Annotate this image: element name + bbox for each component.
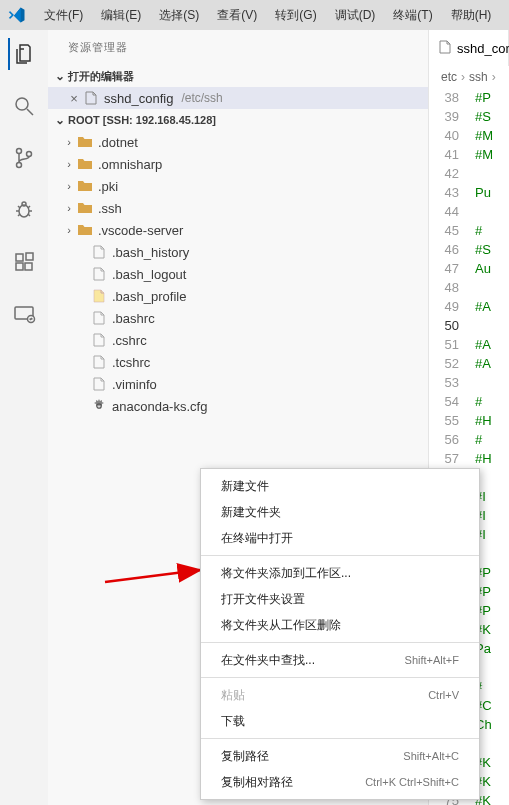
context-menu-item: 粘贴Ctrl+V (201, 682, 479, 708)
activity-bar (0, 30, 48, 805)
file-icon (439, 40, 451, 57)
file-name: .bashrc (112, 311, 155, 326)
folder-name: .ssh (98, 201, 122, 216)
svg-point-2 (17, 149, 22, 154)
chevron-down-icon: ⌄ (52, 113, 68, 127)
chevron-down-icon: ⌄ (52, 69, 68, 83)
close-icon[interactable]: × (66, 91, 82, 106)
folder-row[interactable]: ›.dotnet (48, 131, 428, 153)
menu-view[interactable]: 查看(V) (209, 3, 265, 28)
svg-point-4 (27, 152, 32, 157)
context-menu-item[interactable]: 复制路径Shift+Alt+C (201, 743, 479, 769)
context-menu-item[interactable]: 将文件夹从工作区删除 (201, 612, 479, 638)
activity-search[interactable] (8, 90, 40, 122)
menu-select[interactable]: 选择(S) (151, 3, 207, 28)
annotation-arrow (100, 540, 210, 590)
file-name: .bash_history (112, 245, 189, 260)
context-menu-item[interactable]: 在终端中打开 (201, 525, 479, 551)
menu-help[interactable]: 帮助(H) (443, 3, 500, 28)
context-item-shortcut: Ctrl+V (428, 689, 459, 701)
file-icon (90, 265, 108, 283)
context-item-label: 复制路径 (221, 748, 269, 765)
context-menu: 新建文件新建文件夹在终端中打开将文件夹添加到工作区...打开文件夹设置将文件夹从… (200, 468, 480, 800)
folder-icon (76, 155, 94, 173)
file-row[interactable]: .cshrc (48, 329, 428, 351)
chevron-right-icon: › (62, 180, 76, 192)
open-editor-item[interactable]: × sshd_config /etc/ssh (48, 87, 428, 109)
vscode-icon (8, 6, 26, 24)
files-icon (13, 42, 37, 66)
file-icon (90, 331, 108, 349)
activity-extensions[interactable] (8, 246, 40, 278)
menu-terminal[interactable]: 终端(T) (385, 3, 440, 28)
svg-line-9 (28, 206, 30, 208)
activity-remote[interactable] (8, 298, 40, 330)
file-icon (90, 243, 108, 261)
folder-name: .vscode-server (98, 223, 183, 238)
workspace-root-header[interactable]: ⌄ ROOT [SSH: 192.168.45.128] (48, 109, 428, 131)
svg-line-8 (18, 206, 20, 208)
file-icon (90, 353, 108, 371)
open-editors-label: 打开的编辑器 (68, 69, 134, 84)
file-row[interactable]: .bash_logout (48, 263, 428, 285)
folder-row[interactable]: ›.ssh (48, 197, 428, 219)
file-icon (90, 309, 108, 327)
chevron-right-icon: › (62, 136, 76, 148)
file-name: .bash_logout (112, 267, 186, 282)
svg-rect-14 (16, 263, 23, 270)
context-item-shortcut: Shift+Alt+F (405, 654, 459, 666)
breadcrumb[interactable]: etc › ssh › (429, 66, 509, 88)
context-menu-item[interactable]: 新建文件夹 (201, 499, 479, 525)
svg-point-0 (16, 98, 28, 110)
folder-row[interactable]: ›.pki (48, 175, 428, 197)
menu-debug[interactable]: 调试(D) (327, 3, 384, 28)
context-separator (201, 642, 479, 643)
svg-line-11 (28, 214, 30, 216)
svg-line-22 (105, 570, 200, 582)
context-item-label: 将文件夹从工作区删除 (221, 617, 341, 634)
file-row[interactable]: .bash_history (48, 241, 428, 263)
tab-bar: sshd_con (429, 30, 509, 66)
file-row[interactable]: .viminfo (48, 373, 428, 395)
chevron-right-icon: › (62, 202, 76, 214)
folder-icon (76, 199, 94, 217)
activity-debug[interactable] (8, 194, 40, 226)
file-row[interactable]: .bash_profile (48, 285, 428, 307)
folder-row[interactable]: ›.vscode-server (48, 219, 428, 241)
context-separator (201, 677, 479, 678)
svg-rect-16 (26, 253, 33, 260)
menu-file[interactable]: 文件(F) (36, 3, 91, 28)
chevron-right-icon: › (62, 224, 76, 236)
file-row[interactable]: .bashrc (48, 307, 428, 329)
context-separator (201, 738, 479, 739)
file-name: anaconda-ks.cfg (112, 399, 207, 414)
file-name: .bash_profile (112, 289, 186, 304)
folder-row[interactable]: ›.omnisharp (48, 153, 428, 175)
file-row[interactable]: .tcshrc (48, 351, 428, 373)
context-item-shortcut: Shift+Alt+C (403, 750, 459, 762)
context-menu-item[interactable]: 打开文件夹设置 (201, 586, 479, 612)
context-menu-item[interactable]: 在文件夹中查找...Shift+Alt+F (201, 647, 479, 673)
folder-icon (76, 221, 94, 239)
activity-source-control[interactable] (8, 142, 40, 174)
svg-line-1 (27, 109, 33, 115)
explorer-title: 资源管理器 (48, 30, 428, 65)
folder-icon (76, 133, 94, 151)
activity-explorer[interactable] (8, 38, 40, 70)
file-name: .cshrc (112, 333, 147, 348)
context-menu-item[interactable]: 新建文件 (201, 473, 479, 499)
editor-tab[interactable]: sshd_con (429, 30, 509, 66)
context-menu-item[interactable]: 复制相对路径Ctrl+K Ctrl+Shift+C (201, 769, 479, 795)
open-editors-header[interactable]: ⌄ 打开的编辑器 (48, 65, 428, 87)
file-name: .tcshrc (112, 355, 150, 370)
context-menu-item[interactable]: 将文件夹添加到工作区... (201, 560, 479, 586)
folder-icon (76, 177, 94, 195)
svg-line-10 (18, 214, 20, 216)
context-menu-item[interactable]: 下载 (201, 708, 479, 734)
menu-goto[interactable]: 转到(G) (267, 3, 324, 28)
file-row[interactable]: anaconda-ks.cfg (48, 395, 428, 417)
context-item-label: 在终端中打开 (221, 530, 293, 547)
menu-edit[interactable]: 编辑(E) (93, 3, 149, 28)
context-item-label: 复制相对路径 (221, 774, 293, 791)
folder-name: .dotnet (98, 135, 138, 150)
